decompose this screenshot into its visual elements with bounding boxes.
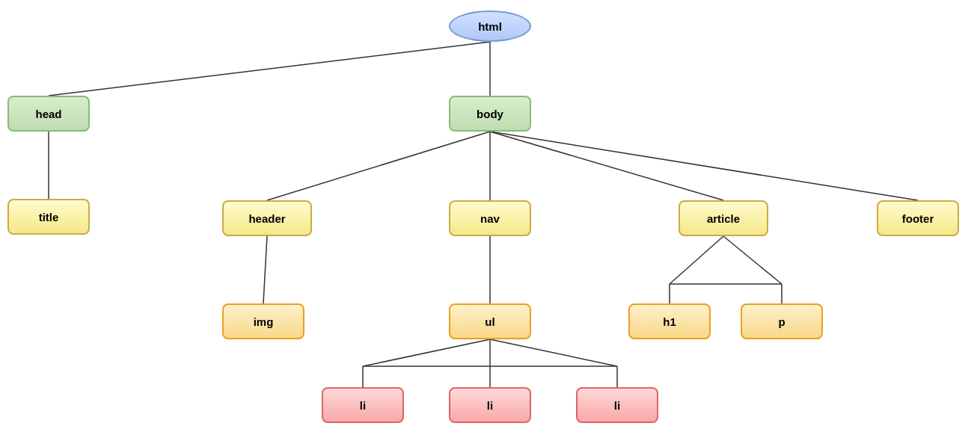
title-label: title [39,211,59,223]
node-h1: h1 [628,303,711,339]
li3-label: li [614,399,620,412]
h1-label: h1 [663,315,676,328]
p-label: p [778,315,785,328]
svg-line-11 [723,236,782,284]
svg-line-14 [363,339,490,366]
head-label: head [35,108,61,120]
footer-label: footer [902,212,934,225]
body-label: body [477,108,503,120]
node-ul: ul [449,303,531,339]
html-label: html [478,20,502,33]
svg-line-6 [490,132,918,200]
nav-label: nav [480,212,500,225]
node-footer: footer [877,200,959,236]
node-head: head [7,96,90,132]
li1-label: li [360,399,366,412]
svg-line-5 [490,132,723,200]
svg-line-3 [267,132,490,200]
node-img: img [222,303,304,339]
node-html: html [449,10,531,42]
node-body: body [449,96,531,132]
node-p: p [741,303,823,339]
node-article: article [679,200,768,236]
node-li2: li [449,387,531,423]
svg-line-7 [263,236,267,303]
svg-line-0 [49,42,490,96]
ul-label: ul [485,315,494,328]
img-label: img [254,315,274,328]
article-label: article [707,212,740,225]
tree-diagram: html head body title header nav article … [0,0,980,435]
svg-line-9 [670,236,723,284]
node-header: header [222,200,312,236]
node-title: title [7,199,90,235]
node-nav: nav [449,200,531,236]
li2-label: li [487,399,493,412]
node-li1: li [322,387,404,423]
header-label: header [248,212,285,225]
svg-line-18 [490,339,617,366]
node-li3: li [576,387,658,423]
